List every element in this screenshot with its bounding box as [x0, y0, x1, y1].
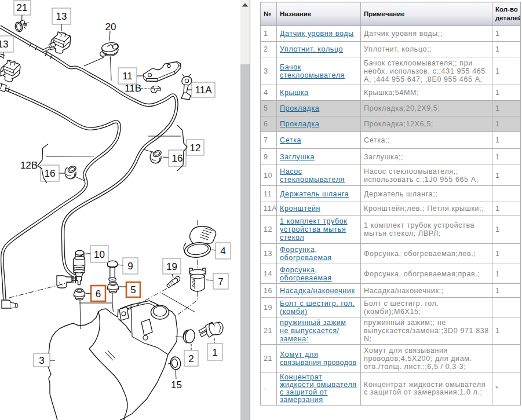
svg-text:13: 13: [56, 11, 67, 22]
svg-text:6: 6: [96, 288, 101, 300]
svg-text:12: 12: [190, 143, 201, 154]
svg-text:21: 21: [17, 2, 28, 13]
svg-text:10: 10: [94, 249, 105, 260]
svg-text:11A: 11A: [195, 85, 213, 96]
svg-text:7: 7: [218, 276, 223, 287]
svg-text:12B: 12B: [20, 160, 38, 171]
svg-text:15: 15: [171, 379, 182, 390]
svg-text:5: 5: [130, 284, 136, 295]
svg-text:2: 2: [188, 353, 194, 364]
svg-text:20: 20: [105, 21, 116, 32]
svg-text:1: 1: [212, 347, 217, 358]
svg-text:16: 16: [172, 153, 183, 164]
svg-text:19: 19: [166, 261, 177, 272]
svg-text:9: 9: [127, 261, 133, 272]
svg-text:11: 11: [122, 71, 133, 82]
svg-text:11B: 11B: [125, 83, 141, 94]
svg-text:4: 4: [220, 246, 225, 257]
svg-text:13: 13: [0, 39, 8, 50]
svg-text:16: 16: [45, 168, 56, 179]
svg-text:3: 3: [39, 355, 44, 366]
